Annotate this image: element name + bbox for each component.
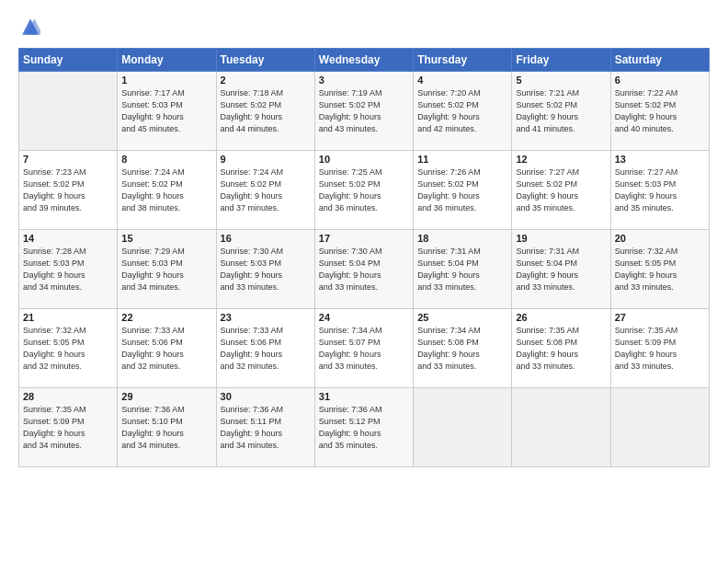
day-number: 6 <box>615 75 705 86</box>
calendar-cell: 2Sunrise: 7:18 AM Sunset: 5:02 PM Daylig… <box>216 72 314 151</box>
calendar-cell: 14Sunrise: 7:28 AM Sunset: 5:03 PM Dayli… <box>19 230 118 309</box>
calendar-cell: 11Sunrise: 7:26 AM Sunset: 5:02 PM Dayli… <box>414 151 512 230</box>
cell-info: Sunrise: 7:32 AM Sunset: 5:05 PM Dayligh… <box>23 325 113 373</box>
day-number: 3 <box>319 75 409 86</box>
cell-info: Sunrise: 7:35 AM Sunset: 5:08 PM Dayligh… <box>516 325 606 373</box>
cell-info: Sunrise: 7:33 AM Sunset: 5:06 PM Dayligh… <box>121 325 211 373</box>
logo <box>18 17 42 40</box>
day-number: 10 <box>319 154 409 165</box>
day-number: 29 <box>121 391 211 402</box>
day-number: 20 <box>615 233 705 244</box>
day-number: 4 <box>417 75 507 86</box>
day-number: 31 <box>319 391 409 402</box>
cell-info: Sunrise: 7:31 AM Sunset: 5:04 PM Dayligh… <box>516 246 606 293</box>
day-number: 12 <box>516 154 606 165</box>
calendar-cell: 10Sunrise: 7:25 AM Sunset: 5:02 PM Dayli… <box>314 151 413 230</box>
calendar-cell: 20Sunrise: 7:32 AM Sunset: 5:05 PM Dayli… <box>610 230 709 309</box>
calendar-cell: 6Sunrise: 7:22 AM Sunset: 5:02 PM Daylig… <box>610 72 709 151</box>
calendar-cell: 26Sunrise: 7:35 AM Sunset: 5:08 PM Dayli… <box>512 309 610 388</box>
day-number: 24 <box>319 312 409 323</box>
calendar-cell <box>512 388 610 467</box>
calendar-cell: 8Sunrise: 7:24 AM Sunset: 5:02 PM Daylig… <box>118 151 216 230</box>
cell-info: Sunrise: 7:32 AM Sunset: 5:05 PM Dayligh… <box>615 246 705 293</box>
weekday-header: Thursday <box>414 49 512 72</box>
weekday-header: Saturday <box>610 49 709 72</box>
weekday-header: Monday <box>118 49 216 72</box>
calendar-cell: 25Sunrise: 7:34 AM Sunset: 5:08 PM Dayli… <box>414 309 512 388</box>
calendar-cell: 17Sunrise: 7:30 AM Sunset: 5:04 PM Dayli… <box>314 230 413 309</box>
calendar-cell: 4Sunrise: 7:20 AM Sunset: 5:02 PM Daylig… <box>414 72 512 151</box>
calendar-cell: 16Sunrise: 7:30 AM Sunset: 5:03 PM Dayli… <box>216 230 314 309</box>
calendar-cell: 15Sunrise: 7:29 AM Sunset: 5:03 PM Dayli… <box>118 230 216 309</box>
logo-icon <box>20 17 40 37</box>
calendar-cell: 28Sunrise: 7:35 AM Sunset: 5:09 PM Dayli… <box>19 388 118 467</box>
cell-info: Sunrise: 7:36 AM Sunset: 5:12 PM Dayligh… <box>319 404 409 452</box>
day-number: 22 <box>121 312 211 323</box>
calendar-cell: 23Sunrise: 7:33 AM Sunset: 5:06 PM Dayli… <box>216 309 314 388</box>
cell-info: Sunrise: 7:36 AM Sunset: 5:11 PM Dayligh… <box>221 404 311 452</box>
day-number: 9 <box>221 154 311 165</box>
day-number: 8 <box>121 154 211 165</box>
calendar-cell: 7Sunrise: 7:23 AM Sunset: 5:02 PM Daylig… <box>19 151 118 230</box>
day-number: 28 <box>23 391 113 402</box>
page: SundayMondayTuesdayWednesdayThursdayFrid… <box>0 0 728 563</box>
cell-info: Sunrise: 7:27 AM Sunset: 5:02 PM Dayligh… <box>516 167 606 214</box>
cell-info: Sunrise: 7:27 AM Sunset: 5:03 PM Dayligh… <box>615 167 705 214</box>
calendar-cell: 30Sunrise: 7:36 AM Sunset: 5:11 PM Dayli… <box>216 388 314 467</box>
cell-info: Sunrise: 7:19 AM Sunset: 5:02 PM Dayligh… <box>319 87 409 135</box>
day-number: 14 <box>23 233 113 244</box>
day-number: 11 <box>417 154 507 165</box>
cell-info: Sunrise: 7:29 AM Sunset: 5:03 PM Dayligh… <box>121 246 211 293</box>
day-number: 13 <box>615 154 705 165</box>
day-number: 17 <box>319 233 409 244</box>
cell-info: Sunrise: 7:28 AM Sunset: 5:03 PM Dayligh… <box>23 246 113 293</box>
cell-info: Sunrise: 7:22 AM Sunset: 5:02 PM Dayligh… <box>615 87 705 135</box>
day-number: 30 <box>221 391 311 402</box>
weekday-header: Wednesday <box>314 49 413 72</box>
calendar-cell <box>610 388 709 467</box>
calendar-cell: 5Sunrise: 7:21 AM Sunset: 5:02 PM Daylig… <box>512 72 610 151</box>
cell-info: Sunrise: 7:23 AM Sunset: 5:02 PM Dayligh… <box>23 167 113 214</box>
cell-info: Sunrise: 7:30 AM Sunset: 5:04 PM Dayligh… <box>319 246 409 293</box>
calendar-cell: 19Sunrise: 7:31 AM Sunset: 5:04 PM Dayli… <box>512 230 610 309</box>
calendar-table: SundayMondayTuesdayWednesdayThursdayFrid… <box>18 48 710 467</box>
weekday-header: Friday <box>512 49 610 72</box>
calendar-cell: 29Sunrise: 7:36 AM Sunset: 5:10 PM Dayli… <box>118 388 216 467</box>
day-number: 19 <box>516 233 606 244</box>
day-number: 27 <box>615 312 705 323</box>
calendar-cell <box>414 388 512 467</box>
day-number: 26 <box>516 312 606 323</box>
day-number: 23 <box>221 312 311 323</box>
cell-info: Sunrise: 7:34 AM Sunset: 5:08 PM Dayligh… <box>417 325 507 373</box>
weekday-header: Sunday <box>19 49 118 72</box>
cell-info: Sunrise: 7:34 AM Sunset: 5:07 PM Dayligh… <box>319 325 409 373</box>
calendar-cell: 9Sunrise: 7:24 AM Sunset: 5:02 PM Daylig… <box>216 151 314 230</box>
cell-info: Sunrise: 7:24 AM Sunset: 5:02 PM Dayligh… <box>121 167 211 214</box>
calendar-cell <box>19 72 118 151</box>
calendar-cell: 31Sunrise: 7:36 AM Sunset: 5:12 PM Dayli… <box>314 388 413 467</box>
calendar-cell: 3Sunrise: 7:19 AM Sunset: 5:02 PM Daylig… <box>314 72 413 151</box>
cell-info: Sunrise: 7:33 AM Sunset: 5:06 PM Dayligh… <box>221 325 311 373</box>
day-number: 5 <box>516 75 606 86</box>
calendar-cell: 21Sunrise: 7:32 AM Sunset: 5:05 PM Dayli… <box>19 309 118 388</box>
cell-info: Sunrise: 7:18 AM Sunset: 5:02 PM Dayligh… <box>221 87 311 135</box>
calendar-cell: 24Sunrise: 7:34 AM Sunset: 5:07 PM Dayli… <box>314 309 413 388</box>
day-number: 2 <box>221 75 311 86</box>
weekday-header: Tuesday <box>216 49 314 72</box>
cell-info: Sunrise: 7:17 AM Sunset: 5:03 PM Dayligh… <box>121 87 211 135</box>
cell-info: Sunrise: 7:30 AM Sunset: 5:03 PM Dayligh… <box>221 246 311 293</box>
calendar-cell: 27Sunrise: 7:35 AM Sunset: 5:09 PM Dayli… <box>610 309 709 388</box>
header <box>18 17 710 40</box>
cell-info: Sunrise: 7:25 AM Sunset: 5:02 PM Dayligh… <box>319 167 409 214</box>
cell-info: Sunrise: 7:20 AM Sunset: 5:02 PM Dayligh… <box>417 87 507 135</box>
calendar-cell: 22Sunrise: 7:33 AM Sunset: 5:06 PM Dayli… <box>118 309 216 388</box>
day-number: 16 <box>221 233 311 244</box>
calendar-cell: 12Sunrise: 7:27 AM Sunset: 5:02 PM Dayli… <box>512 151 610 230</box>
cell-info: Sunrise: 7:35 AM Sunset: 5:09 PM Dayligh… <box>615 325 705 373</box>
day-number: 25 <box>417 312 507 323</box>
day-number: 1 <box>121 75 211 86</box>
calendar-cell: 1Sunrise: 7:17 AM Sunset: 5:03 PM Daylig… <box>118 72 216 151</box>
day-number: 7 <box>23 154 113 165</box>
calendar-cell: 18Sunrise: 7:31 AM Sunset: 5:04 PM Dayli… <box>414 230 512 309</box>
day-number: 21 <box>23 312 113 323</box>
